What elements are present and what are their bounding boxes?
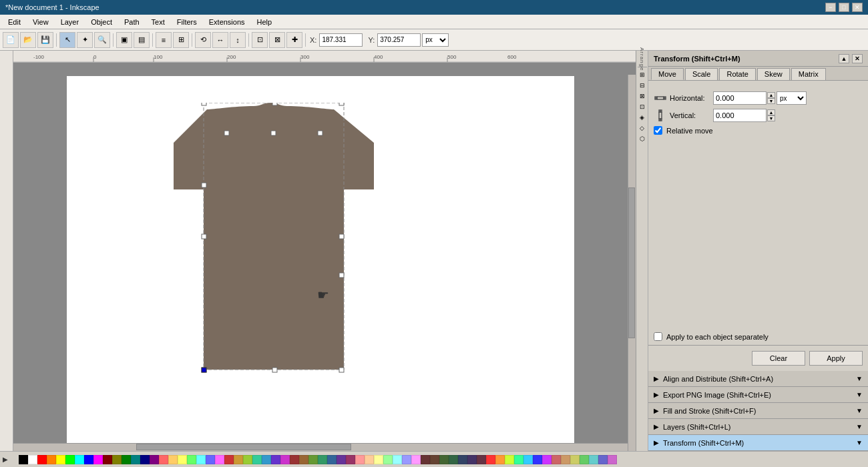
select-tool[interactable]: ↖ — [59, 32, 75, 48]
relative-move-checkbox[interactable] — [654, 126, 662, 135]
icon-2[interactable]: ⊟ — [638, 81, 647, 90]
menu-item-layer[interactable]: Layer — [55, 17, 85, 27]
align-button[interactable]: ≡ — [156, 32, 172, 48]
transform-button[interactable]: ⟲ — [195, 32, 211, 48]
zoom-tool[interactable]: 🔍 — [94, 32, 110, 48]
color-palette[interactable] — [19, 455, 617, 464]
fill-stroke-panel[interactable]: ▶ Fill and Stroke (Shift+Ctrl+F) ▼ — [648, 403, 868, 419]
vertical-up[interactable]: ▲ — [767, 109, 775, 115]
color-swatch-53[interactable] — [514, 455, 523, 464]
color-swatch-28[interactable] — [280, 455, 290, 464]
color-swatch-41[interactable] — [402, 455, 411, 464]
color-swatch-22[interactable] — [224, 455, 234, 464]
icon-5[interactable]: ◈ — [638, 113, 647, 122]
color-swatch-59[interactable] — [570, 455, 580, 464]
color-swatch-63[interactable] — [608, 455, 617, 464]
color-swatch-51[interactable] — [495, 455, 505, 464]
align-distribute-panel[interactable]: ▶ Align and Distribute (Shift+Ctrl+A) ▼ — [648, 371, 868, 387]
ungroup-button[interactable]: ▤ — [134, 32, 150, 48]
color-swatch-31[interactable] — [308, 455, 318, 464]
snap3-button[interactable]: ✚ — [286, 32, 302, 48]
apply-each-checkbox[interactable] — [654, 332, 662, 341]
color-swatch-18[interactable] — [187, 455, 196, 464]
group-button[interactable]: ▣ — [116, 32, 132, 48]
color-swatch-39[interactable] — [383, 455, 393, 464]
menu-item-help[interactable]: Help — [252, 17, 278, 27]
arrange-icon[interactable]: Arrange — [638, 55, 647, 64]
close-button[interactable]: ✕ — [852, 3, 863, 12]
apply-each-label[interactable]: Apply to each object separately — [666, 333, 769, 341]
tab-scale[interactable]: Scale — [685, 68, 718, 80]
menu-item-text[interactable]: Text — [146, 17, 170, 27]
color-swatch-11[interactable] — [122, 455, 131, 464]
color-swatch-7[interactable] — [84, 455, 93, 464]
horizontal-up[interactable]: ▲ — [767, 92, 775, 98]
color-swatch-42[interactable] — [411, 455, 421, 464]
color-swatch-5[interactable] — [65, 455, 75, 464]
color-swatch-9[interactable] — [103, 455, 112, 464]
tab-skew[interactable]: Skew — [757, 68, 790, 80]
canvas-scroll[interactable]: ☛ — [13, 63, 636, 451]
icon-4[interactable]: ⊡ — [638, 102, 647, 111]
transform-collapsed-panel[interactable]: ▶ Transform (Shift+Ctrl+M) ▼ — [648, 435, 868, 451]
color-swatch-54[interactable] — [523, 455, 533, 464]
horizontal-input[interactable] — [713, 91, 767, 105]
color-swatch-61[interactable] — [589, 455, 598, 464]
color-swatch-38[interactable] — [374, 455, 383, 464]
color-swatch-23[interactable] — [234, 455, 243, 464]
color-swatch-8[interactable] — [93, 455, 103, 464]
tshirt-container[interactable]: ☛ — [147, 103, 401, 384]
color-swatch-55[interactable] — [533, 455, 542, 464]
color-swatch-43[interactable] — [421, 455, 430, 464]
color-swatch-36[interactable] — [355, 455, 365, 464]
coordinate-unit[interactable]: px — [422, 33, 449, 47]
menu-item-extensions[interactable]: Extensions — [204, 17, 250, 27]
color-swatch-45[interactable] — [439, 455, 449, 464]
maximize-button[interactable]: □ — [839, 3, 849, 12]
color-swatch-27[interactable] — [271, 455, 280, 464]
new-button[interactable]: 📄 — [3, 32, 19, 48]
menu-item-path[interactable]: Path — [119, 17, 145, 27]
vertical-scrollbar-thumb[interactable] — [628, 187, 635, 338]
tab-move[interactable]: Move — [651, 68, 684, 80]
vertical-scrollbar[interactable] — [628, 75, 636, 451]
menu-item-filters[interactable]: Filters — [172, 17, 202, 27]
x-input[interactable] — [319, 33, 363, 47]
apply-button[interactable]: Apply — [809, 351, 863, 366]
distribute-button[interactable]: ⊞ — [173, 32, 189, 48]
horizontal-down[interactable]: ▼ — [767, 98, 775, 104]
open-button[interactable]: 📂 — [20, 32, 36, 48]
node-tool[interactable]: ✦ — [77, 32, 93, 48]
color-swatch-46[interactable] — [449, 455, 458, 464]
color-swatch-44[interactable] — [430, 455, 439, 464]
color-swatch-35[interactable] — [346, 455, 355, 464]
export-png-panel[interactable]: ▶ Export PNG Image (Shift+Ctrl+E) ▼ — [648, 387, 868, 403]
flip-v-button[interactable]: ↕ — [230, 32, 246, 48]
save-button[interactable]: 💾 — [37, 32, 53, 48]
minimize-button[interactable]: − — [825, 3, 836, 12]
icon-3[interactable]: ⊠ — [638, 91, 647, 101]
color-swatch-16[interactable] — [168, 455, 178, 464]
color-swatch-30[interactable] — [299, 455, 308, 464]
canvas-area[interactable]: -100 0 100 200 300 400 500 600 — [13, 51, 636, 451]
color-swatch-52[interactable] — [505, 455, 514, 464]
relative-move-label[interactable]: Relative move — [666, 127, 713, 135]
color-swatch-50[interactable] — [486, 455, 495, 464]
vertical-down[interactable]: ▼ — [767, 115, 775, 121]
color-swatch-25[interactable] — [252, 455, 262, 464]
color-swatch-10[interactable] — [112, 455, 122, 464]
color-swatch-24[interactable] — [243, 455, 252, 464]
layers-panel[interactable]: ▶ Layers (Shift+Ctrl+L) ▼ — [648, 419, 868, 435]
color-swatch-6[interactable] — [75, 455, 84, 464]
menu-item-view[interactable]: View — [27, 17, 54, 27]
color-swatch-33[interactable] — [327, 455, 337, 464]
color-swatch-48[interactable] — [467, 455, 477, 464]
color-swatch-40[interactable] — [393, 455, 402, 464]
transform-panel-collapse[interactable]: ▲ — [839, 54, 849, 63]
color-swatch-2[interactable] — [37, 455, 47, 464]
horizontal-scrollbar-thumb[interactable] — [136, 444, 351, 450]
tab-matrix[interactable]: Matrix — [791, 68, 826, 80]
color-swatch-4[interactable] — [56, 455, 65, 464]
snap-button[interactable]: ⊡ — [252, 32, 268, 48]
color-swatch-57[interactable] — [552, 455, 561, 464]
